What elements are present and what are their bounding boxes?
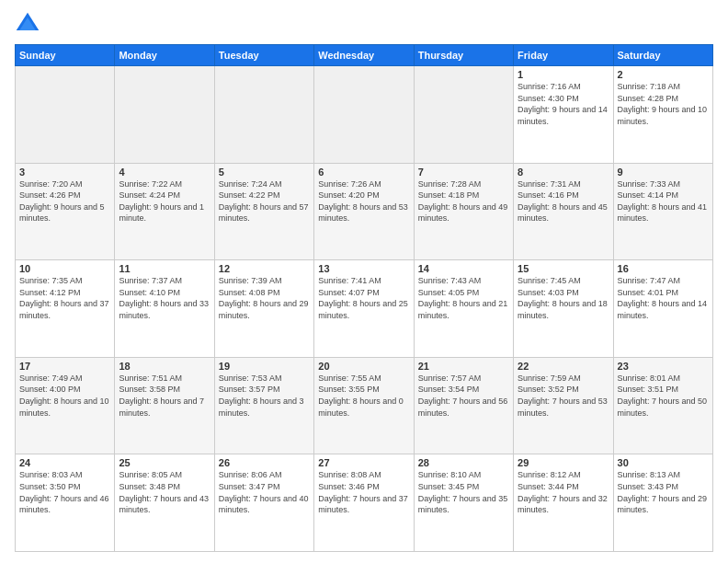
day-info: Sunrise: 7:37 AMSunset: 4:10 PMDaylight:… (119, 275, 210, 321)
day-number: 28 (418, 457, 509, 468)
day-number: 1 (518, 69, 609, 80)
calendar-cell: 1Sunrise: 7:16 AMSunset: 4:30 PMDaylight… (514, 66, 613, 164)
day-number: 5 (219, 167, 310, 178)
day-number: 25 (119, 457, 210, 468)
calendar-cell: 3Sunrise: 7:20 AMSunset: 4:26 PMDaylight… (16, 163, 115, 260)
day-number: 3 (19, 167, 110, 178)
calendar-week-row: 10Sunrise: 7:35 AMSunset: 4:12 PMDayligh… (16, 260, 713, 358)
calendar-cell (115, 66, 214, 164)
day-info: Sunrise: 8:10 AMSunset: 3:45 PMDaylight:… (418, 469, 509, 515)
day-info: Sunrise: 7:35 AMSunset: 4:12 PMDaylight:… (19, 275, 110, 321)
calendar-day-header: Friday (514, 45, 613, 66)
calendar-day-header: Wednesday (314, 45, 414, 66)
day-info: Sunrise: 7:28 AMSunset: 4:18 PMDaylight:… (418, 178, 509, 224)
day-info: Sunrise: 7:49 AMSunset: 4:00 PMDaylight:… (19, 373, 110, 419)
calendar-cell: 17Sunrise: 7:49 AMSunset: 4:00 PMDayligh… (16, 357, 115, 454)
day-number: 23 (618, 361, 709, 372)
day-info: Sunrise: 7:31 AMSunset: 4:16 PMDaylight:… (518, 178, 609, 224)
day-number: 27 (318, 457, 409, 468)
day-info: Sunrise: 7:33 AMSunset: 4:14 PMDaylight:… (618, 178, 709, 224)
calendar-cell (414, 66, 513, 164)
calendar-cell: 26Sunrise: 8:06 AMSunset: 3:47 PMDayligh… (214, 454, 313, 552)
calendar-cell: 21Sunrise: 7:57 AMSunset: 3:54 PMDayligh… (414, 357, 513, 454)
calendar-day-header: Saturday (613, 45, 712, 66)
day-info: Sunrise: 7:24 AMSunset: 4:22 PMDaylight:… (219, 178, 310, 224)
day-number: 4 (119, 167, 210, 178)
calendar-header-row: SundayMondayTuesdayWednesdayThursdayFrid… (16, 45, 713, 66)
header (15, 11, 713, 37)
calendar-week-row: 24Sunrise: 8:03 AMSunset: 3:50 PMDayligh… (16, 454, 713, 552)
calendar-cell: 30Sunrise: 8:13 AMSunset: 3:43 PMDayligh… (613, 454, 712, 552)
calendar-cell: 9Sunrise: 7:33 AMSunset: 4:14 PMDaylight… (613, 163, 712, 260)
calendar-cell: 7Sunrise: 7:28 AMSunset: 4:18 PMDaylight… (414, 163, 513, 260)
day-info: Sunrise: 7:20 AMSunset: 4:26 PMDaylight:… (19, 178, 110, 224)
logo (15, 11, 44, 37)
calendar-cell: 8Sunrise: 7:31 AMSunset: 4:16 PMDaylight… (514, 163, 613, 260)
calendar-cell: 27Sunrise: 8:08 AMSunset: 3:46 PMDayligh… (314, 454, 414, 552)
day-number: 30 (618, 457, 709, 468)
day-info: Sunrise: 8:08 AMSunset: 3:46 PMDaylight:… (318, 469, 409, 515)
day-info: Sunrise: 8:06 AMSunset: 3:47 PMDaylight:… (219, 469, 310, 515)
day-info: Sunrise: 7:55 AMSunset: 3:55 PMDaylight:… (318, 373, 409, 419)
day-number: 8 (518, 167, 609, 178)
calendar-cell: 6Sunrise: 7:26 AMSunset: 4:20 PMDaylight… (314, 163, 414, 260)
day-number: 29 (518, 457, 609, 468)
calendar-table: SundayMondayTuesdayWednesdayThursdayFrid… (15, 44, 713, 552)
day-number: 13 (318, 263, 409, 274)
calendar-cell: 12Sunrise: 7:39 AMSunset: 4:08 PMDayligh… (214, 260, 313, 358)
day-number: 7 (418, 167, 509, 178)
calendar-cell: 25Sunrise: 8:05 AMSunset: 3:48 PMDayligh… (115, 454, 214, 552)
day-number: 12 (219, 263, 310, 274)
day-info: Sunrise: 8:05 AMSunset: 3:48 PMDaylight:… (119, 469, 210, 515)
calendar-cell: 28Sunrise: 8:10 AMSunset: 3:45 PMDayligh… (414, 454, 513, 552)
day-number: 18 (119, 361, 210, 372)
calendar-day-header: Monday (115, 45, 214, 66)
day-info: Sunrise: 7:16 AMSunset: 4:30 PMDaylight:… (518, 81, 609, 127)
calendar-cell: 29Sunrise: 8:12 AMSunset: 3:44 PMDayligh… (514, 454, 613, 552)
day-info: Sunrise: 7:51 AMSunset: 3:58 PMDaylight:… (119, 373, 210, 419)
calendar-cell: 22Sunrise: 7:59 AMSunset: 3:52 PMDayligh… (514, 357, 613, 454)
day-number: 24 (19, 457, 110, 468)
calendar-cell: 13Sunrise: 7:41 AMSunset: 4:07 PMDayligh… (314, 260, 414, 358)
day-info: Sunrise: 7:43 AMSunset: 4:05 PMDaylight:… (418, 275, 509, 321)
calendar-day-header: Tuesday (214, 45, 313, 66)
day-number: 26 (219, 457, 310, 468)
calendar-cell: 11Sunrise: 7:37 AMSunset: 4:10 PMDayligh… (115, 260, 214, 358)
calendar-cell: 19Sunrise: 7:53 AMSunset: 3:57 PMDayligh… (214, 357, 313, 454)
day-number: 19 (219, 361, 310, 372)
calendar-cell (16, 66, 115, 164)
day-number: 17 (19, 361, 110, 372)
calendar-cell: 24Sunrise: 8:03 AMSunset: 3:50 PMDayligh… (16, 454, 115, 552)
day-number: 22 (518, 361, 609, 372)
day-info: Sunrise: 7:47 AMSunset: 4:01 PMDaylight:… (618, 275, 709, 321)
logo-icon (15, 11, 40, 37)
calendar-cell: 20Sunrise: 7:55 AMSunset: 3:55 PMDayligh… (314, 357, 414, 454)
day-info: Sunrise: 7:59 AMSunset: 3:52 PMDaylight:… (518, 373, 609, 419)
calendar-cell: 18Sunrise: 7:51 AMSunset: 3:58 PMDayligh… (115, 357, 214, 454)
day-info: Sunrise: 8:01 AMSunset: 3:51 PMDaylight:… (618, 373, 709, 419)
day-info: Sunrise: 8:03 AMSunset: 3:50 PMDaylight:… (19, 469, 110, 515)
day-number: 15 (518, 263, 609, 274)
calendar-cell: 14Sunrise: 7:43 AMSunset: 4:05 PMDayligh… (414, 260, 513, 358)
day-number: 11 (119, 263, 210, 274)
day-number: 6 (318, 167, 409, 178)
day-number: 9 (618, 167, 709, 178)
calendar-cell: 16Sunrise: 7:47 AMSunset: 4:01 PMDayligh… (613, 260, 712, 358)
calendar-day-header: Thursday (414, 45, 513, 66)
calendar-week-row: 1Sunrise: 7:16 AMSunset: 4:30 PMDaylight… (16, 66, 713, 164)
calendar-cell: 10Sunrise: 7:35 AMSunset: 4:12 PMDayligh… (16, 260, 115, 358)
day-info: Sunrise: 8:13 AMSunset: 3:43 PMDaylight:… (618, 469, 709, 515)
day-number: 16 (618, 263, 709, 274)
calendar-cell: 4Sunrise: 7:22 AMSunset: 4:24 PMDaylight… (115, 163, 214, 260)
calendar-day-header: Sunday (16, 45, 115, 66)
day-info: Sunrise: 7:22 AMSunset: 4:24 PMDaylight:… (119, 178, 210, 224)
calendar-cell: 2Sunrise: 7:18 AMSunset: 4:28 PMDaylight… (613, 66, 712, 164)
day-number: 14 (418, 263, 509, 274)
calendar-cell: 23Sunrise: 8:01 AMSunset: 3:51 PMDayligh… (613, 357, 712, 454)
calendar-cell (314, 66, 414, 164)
page: SundayMondayTuesdayWednesdayThursdayFrid… (0, 0, 728, 563)
calendar-cell: 5Sunrise: 7:24 AMSunset: 4:22 PMDaylight… (214, 163, 313, 260)
day-info: Sunrise: 7:18 AMSunset: 4:28 PMDaylight:… (618, 81, 709, 127)
day-number: 20 (318, 361, 409, 372)
day-number: 2 (618, 69, 709, 80)
